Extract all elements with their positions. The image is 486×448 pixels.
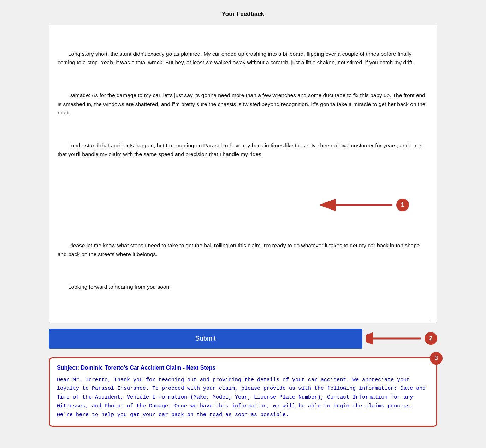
arrow-1-svg <box>320 197 394 213</box>
feedback-text: Long story short, the stunt didn't exact… <box>58 32 428 316</box>
feedback-paragraph-3: I understand that accidents happen, but … <box>58 141 428 159</box>
feedback-paragraph-2: Damage: As for the damage to my car, let… <box>58 91 428 117</box>
feedback-paragraph-4: Please let me know what steps I need to … <box>58 241 428 259</box>
badge-2: 2 <box>425 332 437 345</box>
annotation-row-2: 2 <box>366 330 437 347</box>
annotation-row-1: 1 <box>58 197 428 213</box>
submit-button[interactable]: Submit <box>49 329 362 349</box>
response-subject: Subject: Dominic Toretto's Car Accident … <box>57 365 429 371</box>
feedback-paragraph-1: Long story short, the stunt didn't exact… <box>58 50 428 67</box>
response-box: 3 Subject: Dominic Toretto's Car Acciden… <box>49 357 437 427</box>
page-container: Your Feedback Long story short, the stun… <box>49 11 437 437</box>
submit-row: Submit 2 <box>49 329 437 349</box>
feedback-textarea-wrapper: Long story short, the stunt didn't exact… <box>49 25 437 323</box>
arrow-2-svg <box>366 330 422 347</box>
badge-1: 1 <box>396 199 409 211</box>
feedback-paragraph-5: Looking forward to hearing from you soon… <box>58 283 428 291</box>
badge-3: 3 <box>430 352 443 365</box>
page-title: Your Feedback <box>49 11 437 18</box>
resize-handle[interactable]: ⌟ <box>431 316 435 321</box>
response-body: Dear Mr. Toretto, Thank you for reaching… <box>57 376 429 420</box>
